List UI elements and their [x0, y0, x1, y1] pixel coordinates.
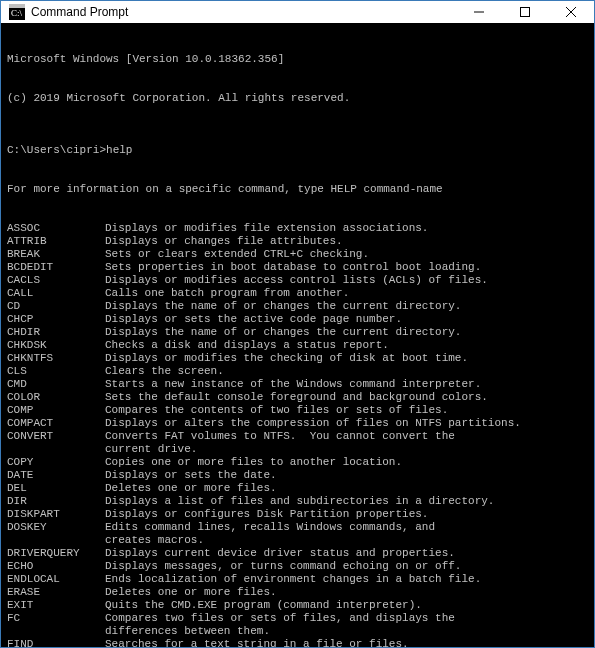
command-description: Sets or clears extended CTRL+C checking. [105, 248, 588, 261]
command-row: CALLCalls one batch program from another… [7, 287, 588, 300]
command-row: ERASEDeletes one or more files. [7, 586, 588, 599]
command-description: Edits command lines, recalls Windows com… [105, 521, 588, 534]
window-title: Command Prompt [31, 5, 128, 19]
command-description: Displays a list of files and subdirector… [105, 495, 588, 508]
minimize-button[interactable] [456, 1, 502, 23]
command-row: COLORSets the default console foreground… [7, 391, 588, 404]
command-name: FIND [7, 638, 105, 647]
command-description: Displays or sets the date. [105, 469, 588, 482]
command-description: Calls one batch program from another. [105, 287, 588, 300]
svg-text:C:\: C:\ [11, 8, 23, 18]
command-row-continuation: current drive. [7, 443, 588, 456]
command-description: Displays current device driver status an… [105, 547, 588, 560]
command-row: ENDLOCALEnds localization of environment… [7, 573, 588, 586]
prompt-line: C:\Users\cipri>help [7, 144, 588, 157]
command-name: DRIVERQUERY [7, 547, 105, 560]
command-description: Displays or alters the compression of fi… [105, 417, 588, 430]
command-name [7, 534, 105, 547]
command-name [7, 625, 105, 638]
command-row: ECHODisplays messages, or turns command … [7, 560, 588, 573]
command-name: CONVERT [7, 430, 105, 443]
command-row: DATEDisplays or sets the date. [7, 469, 588, 482]
command-row: COMPACTDisplays or alters the compressio… [7, 417, 588, 430]
command-description: Compares the contents of two files or se… [105, 404, 588, 417]
command-description: Deletes one or more files. [105, 482, 588, 495]
command-name: CALL [7, 287, 105, 300]
command-name: FC [7, 612, 105, 625]
command-description: Displays or changes file attributes. [105, 235, 588, 248]
close-button[interactable] [548, 1, 594, 23]
window-controls [456, 1, 594, 23]
version-line: Microsoft Windows [Version 10.0.18362.35… [7, 53, 588, 66]
command-description: Displays or modifies file extension asso… [105, 222, 588, 235]
command-row: BREAKSets or clears extended CTRL+C chec… [7, 248, 588, 261]
command-row: DELDeletes one or more files. [7, 482, 588, 495]
command-row: CLSClears the screen. [7, 365, 588, 378]
command-name: ECHO [7, 560, 105, 573]
command-list: ASSOCDisplays or modifies file extension… [7, 222, 588, 647]
command-name: ERASE [7, 586, 105, 599]
command-description: Quits the CMD.EXE program (command inter… [105, 599, 588, 612]
command-name: COLOR [7, 391, 105, 404]
command-row: CHKDSKChecks a disk and displays a statu… [7, 339, 588, 352]
command-row: DIRDisplays a list of files and subdirec… [7, 495, 588, 508]
command-row: ATTRIBDisplays or changes file attribute… [7, 235, 588, 248]
command-row-continuation: creates macros. [7, 534, 588, 547]
command-name: CHDIR [7, 326, 105, 339]
typed-command: help [106, 144, 132, 156]
command-row: DISKPARTDisplays or configures Disk Part… [7, 508, 588, 521]
command-row: COMPCompares the contents of two files o… [7, 404, 588, 417]
command-row: FCCompares two files or sets of files, a… [7, 612, 588, 625]
command-name: COMP [7, 404, 105, 417]
command-description: Displays or configures Disk Partition pr… [105, 508, 588, 521]
command-description: Displays or modifies the checking of dis… [105, 352, 588, 365]
command-description: differences between them. [105, 625, 588, 638]
command-name: CD [7, 300, 105, 313]
command-name: CHKDSK [7, 339, 105, 352]
command-row: DOSKEYEdits command lines, recalls Windo… [7, 521, 588, 534]
command-description: Compares two files or sets of files, and… [105, 612, 588, 625]
maximize-button[interactable] [502, 1, 548, 23]
command-row: COPYCopies one or more files to another … [7, 456, 588, 469]
command-name: CHCP [7, 313, 105, 326]
command-row-continuation: differences between them. [7, 625, 588, 638]
command-name: CMD [7, 378, 105, 391]
command-name: ASSOC [7, 222, 105, 235]
command-name: DEL [7, 482, 105, 495]
command-description: Sets the default console foreground and … [105, 391, 588, 404]
command-name: COMPACT [7, 417, 105, 430]
terminal-output[interactable]: Microsoft Windows [Version 10.0.18362.35… [1, 23, 594, 647]
command-row: CONVERTConverts FAT volumes to NTFS. You… [7, 430, 588, 443]
command-prompt-window: C:\ Command Prompt Microsoft Windows [Ve… [0, 0, 595, 648]
command-row: CHCPDisplays or sets the active code pag… [7, 313, 588, 326]
command-name: ATTRIB [7, 235, 105, 248]
help-intro: For more information on a specific comma… [7, 183, 588, 196]
command-description: current drive. [105, 443, 588, 456]
command-name: BREAK [7, 248, 105, 261]
command-name: DATE [7, 469, 105, 482]
command-row: EXITQuits the CMD.EXE program (command i… [7, 599, 588, 612]
command-row: ASSOCDisplays or modifies file extension… [7, 222, 588, 235]
titlebar[interactable]: C:\ Command Prompt [1, 1, 594, 23]
svg-rect-4 [521, 7, 530, 16]
command-row: CHDIRDisplays the name of or changes the… [7, 326, 588, 339]
command-row: CACLSDisplays or modifies access control… [7, 274, 588, 287]
command-description: Searches for a text string in a file or … [105, 638, 588, 647]
cmd-icon: C:\ [9, 4, 25, 20]
command-description: Copies one or more files to another loca… [105, 456, 588, 469]
command-description: Displays messages, or turns command echo… [105, 560, 588, 573]
command-row: FINDSearches for a text string in a file… [7, 638, 588, 647]
command-description: Sets properties in boot database to cont… [105, 261, 588, 274]
command-name: CACLS [7, 274, 105, 287]
command-name: DIR [7, 495, 105, 508]
command-description: Deletes one or more files. [105, 586, 588, 599]
command-name: ENDLOCAL [7, 573, 105, 586]
command-row: DRIVERQUERYDisplays current device drive… [7, 547, 588, 560]
command-name: CLS [7, 365, 105, 378]
prompt-path: C:\Users\cipri> [7, 144, 106, 156]
command-description: Displays the name of or changes the curr… [105, 300, 588, 313]
command-name: COPY [7, 456, 105, 469]
command-name: BCDEDIT [7, 261, 105, 274]
command-description: Displays or sets the active code page nu… [105, 313, 588, 326]
copyright-line: (c) 2019 Microsoft Corporation. All righ… [7, 92, 588, 105]
